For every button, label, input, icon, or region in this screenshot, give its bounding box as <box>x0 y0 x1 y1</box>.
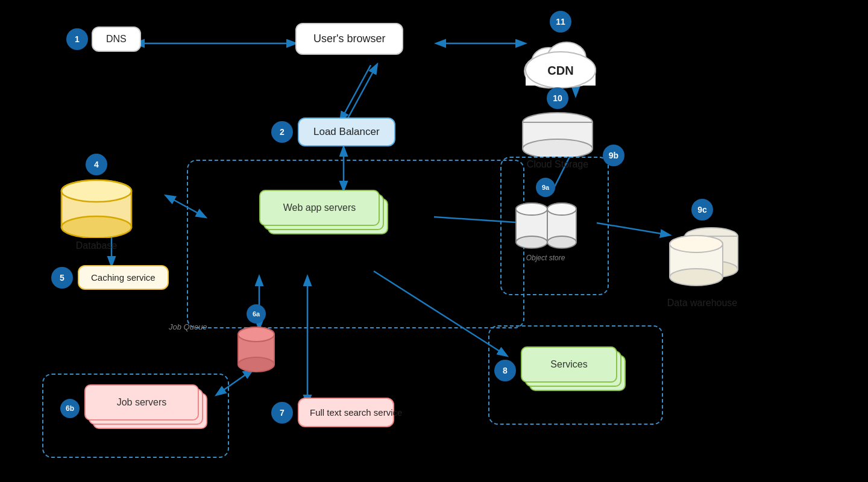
cloud-storage-node: 10 Cloud Storage <box>518 87 597 170</box>
object-store-node: 9a Object store <box>512 178 579 262</box>
job-servers-stack: Job servers <box>84 384 211 433</box>
user-browser-box: User's browser <box>295 23 403 55</box>
svg-point-47 <box>670 236 723 252</box>
data-warehouse-node: 9c Data warehouse <box>657 199 747 308</box>
job-servers-layer-3: Job servers <box>84 384 199 421</box>
database-label: Database <box>76 240 118 251</box>
svg-point-31 <box>238 357 274 372</box>
dns-node: 1 DNS <box>66 27 141 52</box>
web-app-servers-stack: Web app servers <box>259 190 392 238</box>
svg-point-27 <box>61 216 131 238</box>
user-browser-node: User's browser <box>295 23 403 55</box>
cloud-storage-label: Cloud Storage <box>527 159 588 170</box>
svg-point-39 <box>547 236 576 248</box>
cdn-badge: 11 <box>550 11 571 33</box>
architecture-diagram: 1 DNS User's browser 11 CDN 10 Cloud Sto… <box>0 0 868 482</box>
job-servers-badge: 6b <box>60 399 80 418</box>
cloud-storage-badge: 10 <box>547 87 568 109</box>
services-layer-3: Services <box>521 346 617 383</box>
full-text-badge: 7 <box>271 402 293 424</box>
svg-point-32 <box>238 327 274 342</box>
object-store-icon <box>512 198 579 252</box>
server-group-box <box>187 160 524 328</box>
svg-point-35 <box>516 236 547 248</box>
database-badge: 4 <box>86 154 107 175</box>
services-node: 8 Services <box>494 346 629 395</box>
web-app-layer-3: Web app servers <box>259 190 380 226</box>
data-warehouse-icon <box>657 223 747 295</box>
data-warehouse-label: Data warehouse <box>667 298 738 308</box>
svg-point-28 <box>61 180 131 202</box>
svg-line-2 <box>341 65 371 120</box>
caching-badge: 5 <box>51 267 73 289</box>
svg-point-40 <box>547 203 576 215</box>
cloud-storage-cylinder-icon <box>518 111 597 157</box>
services-stack: Services <box>521 346 629 395</box>
services-badge: 8 <box>494 360 516 381</box>
cdn-node: 11 CDN <box>518 11 603 89</box>
job-servers-node: 6b Job servers <box>60 384 211 433</box>
object-store-label: Object store <box>526 254 565 262</box>
job-queue-db-badge: 6a <box>247 304 266 324</box>
object-store-badge: 9a <box>536 178 555 197</box>
web-app-node: Web app servers <box>259 190 392 238</box>
svg-text:CDN: CDN <box>547 64 573 77</box>
caching-node: 5 Caching service <box>51 265 169 290</box>
dns-badge: 1 <box>66 28 88 50</box>
svg-point-46 <box>670 269 723 286</box>
caching-box: Caching service <box>78 265 169 290</box>
data-warehouse-badge: 9c <box>691 199 713 221</box>
svg-point-24 <box>523 139 593 157</box>
full-text-box: Full text search service <box>298 398 394 427</box>
cdn-cloud-icon: CDN <box>518 35 603 89</box>
database-cylinder-icon <box>57 178 136 238</box>
job-queue-cylinder-icon <box>235 325 277 373</box>
database-node: 4 Database <box>57 154 136 251</box>
full-text-search-node: 7 Full text search service <box>271 398 394 427</box>
job-queue-label: Job Queue <box>169 322 207 331</box>
load-balancer-node: 2 Load Balancer <box>271 117 395 146</box>
load-balancer-badge: 2 <box>271 121 293 143</box>
load-balancer-box: Load Balancer <box>298 117 395 146</box>
job-queue-db-node: 6a <box>235 304 277 373</box>
svg-line-3 <box>347 65 377 120</box>
svg-point-36 <box>516 203 547 215</box>
dns-box: DNS <box>92 27 141 52</box>
node9b-badge: 9b <box>603 145 624 166</box>
